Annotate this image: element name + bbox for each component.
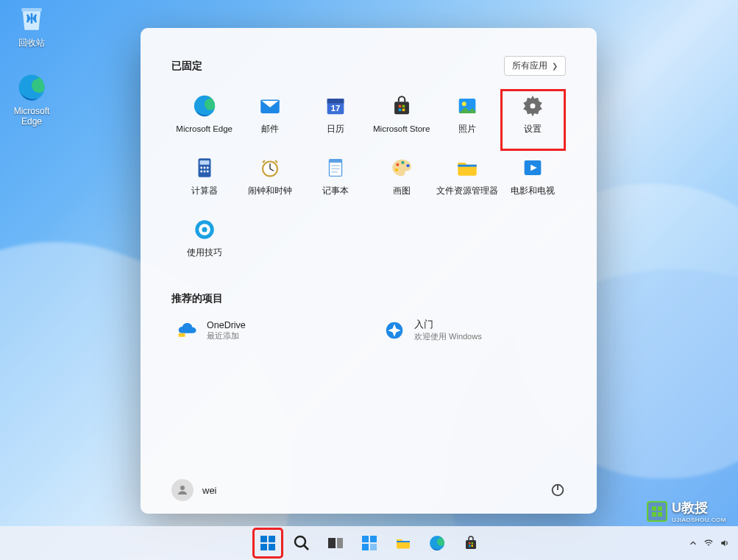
pinned-tile-tips[interactable]: 使用技巧 <box>171 213 237 274</box>
pinned-tile-label: Microsoft Edge <box>176 124 233 135</box>
svg-rect-7 <box>394 102 409 114</box>
pinned-tile-explorer[interactable]: 文件资源管理器 <box>434 151 500 213</box>
pinned-tile-store[interactable]: Microsoft Store <box>369 89 434 151</box>
svg-rect-9 <box>402 105 405 108</box>
pinned-tile-photos[interactable]: 照片 <box>434 89 500 151</box>
svg-rect-51 <box>269 544 275 550</box>
svg-rect-17 <box>199 160 209 165</box>
recommended-title: OneDrive <box>207 320 246 330</box>
svg-rect-44 <box>652 506 656 511</box>
taskbar-widgets-button[interactable] <box>355 528 384 558</box>
start-icon <box>259 534 277 552</box>
pinned-tile-movies[interactable]: 电影和电视 <box>500 151 566 213</box>
user-name: wei <box>202 485 217 496</box>
svg-point-23 <box>206 171 208 173</box>
desktop-icon-recycle-bin[interactable]: 回收站 <box>4 3 60 49</box>
svg-rect-59 <box>370 544 377 550</box>
taskbar-search-button[interactable] <box>287 528 316 558</box>
chevron-right-icon: ❯ <box>552 62 558 70</box>
taskbar-items <box>253 528 486 558</box>
svg-rect-64 <box>471 542 473 545</box>
svg-rect-47 <box>658 512 662 517</box>
svg-point-19 <box>203 167 205 169</box>
recommended-grid: OneDrive最近添加入门欢迎使用 Windows <box>171 319 566 342</box>
svg-rect-34 <box>458 165 477 167</box>
recommended-title: 入门 <box>414 319 482 331</box>
svg-rect-55 <box>337 538 343 548</box>
svg-rect-65 <box>469 545 471 547</box>
taskbar-explorer-button[interactable] <box>388 528 418 558</box>
svg-rect-49 <box>269 536 275 542</box>
svg-rect-62 <box>466 540 476 549</box>
start-menu: 已固定 所有应用 ❯ Microsoft Edge邮件17日历Microsoft… <box>141 28 597 514</box>
svg-rect-46 <box>652 512 656 517</box>
pinned-tile-label: 文件资源管理器 <box>436 186 498 196</box>
svg-rect-56 <box>362 536 369 542</box>
power-button[interactable] <box>550 482 566 498</box>
svg-rect-54 <box>328 538 336 548</box>
user-row: wei <box>141 467 597 514</box>
desktop-icon-edge[interactable]: Microsoft Edge <box>4 72 60 127</box>
edge-icon <box>192 93 217 118</box>
watermark-sub: UJIAOSHOU.COM <box>672 517 726 523</box>
svg-point-52 <box>295 536 305 547</box>
recommended-item-getstarted[interactable]: 入门欢迎使用 Windows <box>383 319 561 342</box>
calendar-icon: 17 <box>323 93 348 118</box>
watermark-badge-icon <box>647 501 667 522</box>
taskbar-edge-button[interactable] <box>422 528 452 558</box>
pinned-tile-label: 电影和电视 <box>511 186 555 196</box>
pinned-tile-notepad[interactable]: 记事本 <box>303 151 369 213</box>
svg-point-22 <box>203 171 205 173</box>
svg-point-21 <box>200 171 202 173</box>
chevron-up-icon <box>688 538 698 548</box>
pinned-tile-calendar[interactable]: 17日历 <box>303 89 369 151</box>
svg-rect-5 <box>327 99 344 103</box>
getstarted-icon <box>383 319 405 341</box>
svg-point-32 <box>406 164 409 167</box>
wifi-icon <box>703 538 714 548</box>
widgets-icon <box>361 534 378 552</box>
pinned-tile-edge[interactable]: Microsoft Edge <box>171 89 237 151</box>
pinned-tile-label: 使用技巧 <box>187 248 222 258</box>
pinned-header: 已固定 <box>171 60 202 73</box>
pinned-tile-label: 设置 <box>524 124 542 135</box>
system-tray[interactable] <box>688 526 731 560</box>
pinned-tile-clock[interactable]: 闹钟和时钟 <box>237 151 302 213</box>
user-account-button[interactable]: wei <box>171 479 217 501</box>
pinned-grid: Microsoft Edge邮件17日历Microsoft Store照片设置计… <box>171 89 566 274</box>
svg-rect-63 <box>469 542 471 545</box>
pinned-tile-mail[interactable]: 邮件 <box>237 89 302 151</box>
recommended-item-onedrive[interactable]: OneDrive最近添加 <box>176 319 354 342</box>
svg-rect-58 <box>362 544 369 550</box>
desktop-icon-label: Microsoft Edge <box>4 106 60 127</box>
store-icon <box>389 93 414 118</box>
taskview-icon <box>327 534 344 552</box>
pinned-tile-calculator[interactable]: 计算器 <box>171 151 237 213</box>
svg-point-18 <box>200 167 202 169</box>
svg-rect-26 <box>330 160 342 163</box>
avatar-icon <box>171 479 194 501</box>
svg-rect-39 <box>179 333 185 337</box>
movies-icon <box>520 155 545 180</box>
taskbar <box>0 526 738 560</box>
pinned-tile-label: 计算器 <box>191 186 218 196</box>
pinned-tile-label: 照片 <box>458 124 476 135</box>
svg-point-20 <box>206 167 208 169</box>
explorer-icon <box>455 155 480 180</box>
svg-rect-60 <box>397 541 410 542</box>
taskbar-store-button[interactable] <box>456 528 486 558</box>
pinned-tile-paint[interactable]: 画图 <box>369 151 434 213</box>
svg-point-31 <box>401 161 404 164</box>
pinned-tile-label: Microsoft Store <box>373 124 430 135</box>
notepad-icon <box>323 155 348 180</box>
explorer-icon <box>394 534 412 552</box>
taskbar-start-button[interactable] <box>253 528 283 558</box>
pinned-tile-settings[interactable]: 设置 <box>500 89 566 151</box>
svg-point-38 <box>202 227 207 232</box>
all-apps-label: 所有应用 <box>512 60 547 72</box>
svg-text:17: 17 <box>331 104 341 113</box>
svg-rect-0 <box>21 8 42 11</box>
all-apps-button[interactable]: 所有应用 ❯ <box>504 56 566 76</box>
svg-point-15 <box>531 103 536 108</box>
taskbar-taskview-button[interactable] <box>321 528 350 558</box>
